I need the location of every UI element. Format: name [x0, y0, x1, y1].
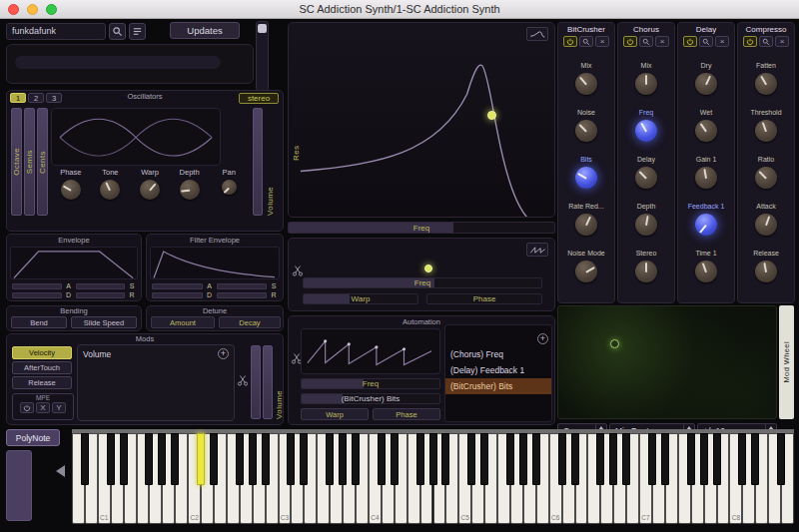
filter-freq-slider[interactable]: Freq — [288, 222, 555, 234]
black-key-D#3[interactable] — [300, 433, 308, 485]
black-key-C#5[interactable] — [467, 433, 475, 485]
black-key-F#5[interactable] — [506, 433, 514, 485]
black-key-F#2[interactable] — [236, 433, 244, 485]
knob-fatten[interactable] — [755, 73, 777, 95]
automation-phase-button[interactable]: Phase — [373, 408, 440, 420]
mod-amount-slider-1[interactable] — [251, 345, 261, 419]
black-key-G#1[interactable] — [158, 433, 166, 485]
knob-noise-mode[interactable] — [575, 261, 597, 282]
osc-knob-depth[interactable] — [180, 180, 200, 200]
knob-time-1[interactable] — [695, 261, 717, 282]
knob-mix[interactable] — [575, 73, 597, 95]
knob-depth[interactable] — [635, 214, 657, 236]
osc-tab-1[interactable]: 1 — [10, 93, 26, 103]
magnifier-icon[interactable] — [579, 36, 593, 47]
release-slider[interactable] — [217, 292, 268, 298]
slider-thumb[interactable] — [258, 24, 267, 33]
knob-release[interactable] — [755, 261, 777, 282]
black-key-C#4[interactable] — [378, 433, 386, 485]
osc-tab-3[interactable]: 3 — [46, 93, 62, 103]
black-key-F#8[interactable] — [777, 433, 785, 485]
knob-stereo[interactable] — [635, 261, 657, 282]
envelope-display[interactable] — [10, 247, 138, 279]
shaper-phase-slider[interactable]: Phase — [426, 293, 542, 304]
magnifier-icon[interactable] — [699, 36, 713, 47]
automation-item[interactable]: (BitCrusher) Bits — [445, 378, 551, 394]
knob-dry[interactable] — [695, 73, 717, 95]
master-volume-slider[interactable] — [256, 21, 269, 91]
black-key-A#2[interactable] — [262, 433, 270, 485]
power-icon[interactable] — [683, 36, 697, 47]
mod-source-velocity[interactable]: Velocity — [12, 346, 72, 359]
semis-slider[interactable]: Semis — [24, 108, 35, 216]
detune-decay-slider[interactable]: Decay — [219, 316, 281, 328]
updates-button[interactable]: Updates — [170, 22, 240, 39]
scroll-left-icon[interactable] — [56, 465, 65, 477]
knob-mix[interactable] — [635, 73, 657, 95]
attack-slider[interactable] — [12, 283, 62, 289]
automation-wave-display[interactable] — [301, 328, 440, 374]
black-key-G#6[interactable] — [609, 433, 617, 485]
cents-slider[interactable]: Cents — [37, 108, 48, 216]
black-key-A#6[interactable] — [622, 433, 630, 485]
black-key-D#1[interactable] — [120, 433, 128, 485]
black-key-G#7[interactable] — [700, 433, 708, 485]
osc-tab-2[interactable]: 2 — [28, 93, 44, 103]
attack-slider[interactable] — [152, 283, 203, 289]
black-key-F#4[interactable] — [416, 433, 424, 485]
knob-attack[interactable] — [755, 214, 777, 236]
knob-feedback-1[interactable] — [695, 214, 717, 236]
knob-bits[interactable] — [575, 167, 597, 189]
knob-threshold[interactable] — [755, 120, 777, 142]
power-icon[interactable] — [623, 36, 637, 47]
osc-waveform-display[interactable] — [51, 108, 221, 166]
automation-bits-slider[interactable]: (BitCrusher) Bits — [301, 393, 440, 404]
black-key-A#1[interactable] — [171, 433, 179, 485]
black-key-A#3[interactable] — [352, 433, 360, 485]
mod-wheel[interactable]: Mod Wheel — [779, 305, 794, 419]
knob-gain-1[interactable] — [695, 167, 717, 189]
scissors-icon[interactable] — [292, 265, 304, 276]
black-key-C#2[interactable] — [197, 433, 205, 485]
mod-amount-slider-2[interactable] — [263, 345, 273, 419]
shaper-freq-handle[interactable] — [424, 265, 432, 272]
black-key-F#6[interactable] — [596, 433, 604, 485]
black-key-D#7[interactable] — [661, 433, 669, 485]
power-icon[interactable] — [743, 36, 757, 47]
osc-volume-slider[interactable] — [253, 108, 263, 216]
release-slider[interactable] — [76, 292, 126, 298]
osc-knob-pan[interactable] — [222, 180, 237, 195]
black-key-G#5[interactable] — [519, 433, 527, 485]
black-key-C#3[interactable] — [287, 433, 295, 485]
bend-button[interactable]: Bend — [11, 316, 67, 328]
preset-name-field[interactable]: funkdafunk — [6, 23, 106, 40]
close-icon[interactable]: × — [655, 36, 669, 47]
scissors-icon[interactable] — [237, 374, 249, 386]
black-key-D#2[interactable] — [210, 433, 218, 485]
knob-freq[interactable] — [635, 120, 657, 142]
close-icon[interactable]: × — [715, 36, 729, 47]
polynote-button[interactable]: PolyNote — [6, 429, 60, 446]
decay-slider[interactable] — [152, 292, 203, 298]
xy-pad[interactable] — [557, 305, 777, 419]
automation-item[interactable]: (Delay) Feedback 1 — [445, 362, 551, 378]
mod-source-release[interactable]: Release — [12, 376, 72, 389]
octave-slider[interactable]: Octave — [11, 108, 22, 216]
osc-knob-phase[interactable] — [61, 180, 81, 200]
black-key-D#6[interactable] — [571, 433, 579, 485]
black-key-C#8[interactable] — [738, 433, 746, 485]
magnifier-icon[interactable] — [639, 36, 653, 47]
black-key-A#7[interactable] — [713, 433, 721, 485]
shaper-wave-icon[interactable] — [526, 243, 548, 257]
filter-display-panel[interactable]: Res — [288, 22, 555, 218]
mod-source-aftertouch[interactable]: AfterTouch — [12, 361, 72, 374]
xy-cursor[interactable] — [610, 339, 619, 348]
power-icon[interactable] — [563, 36, 577, 47]
decay-slider[interactable] — [12, 292, 62, 298]
detune-amount-slider[interactable]: Amount — [151, 316, 215, 328]
filter-envelope-display[interactable] — [150, 247, 280, 279]
mpe-x-button[interactable]: X — [36, 402, 50, 413]
black-key-A#0[interactable] — [81, 433, 89, 485]
black-key-G#4[interactable] — [429, 433, 437, 485]
automation-warp-button[interactable]: Warp — [301, 408, 369, 420]
